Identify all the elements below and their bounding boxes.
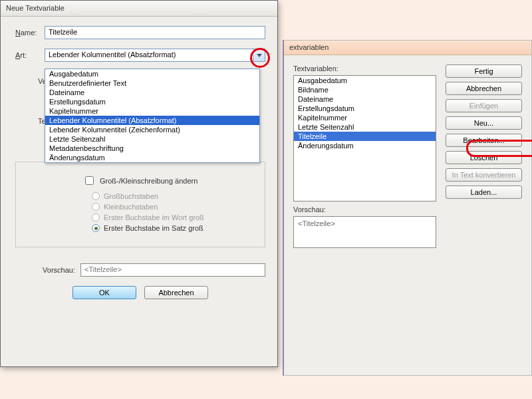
change-case-checkbox[interactable]: Groß-/Kleinschreibung ändern (82, 174, 253, 187)
dropdown-option[interactable]: Erstellungsdatum (45, 97, 259, 106)
text-variables-dialog: extvariablen Textvariablen: Ausgabedatum… (283, 40, 532, 376)
dropdown-toggle-button[interactable] (253, 49, 265, 61)
ok-button[interactable]: OK (72, 286, 136, 299)
list-item[interactable]: Letzte Seitenzahl (294, 122, 436, 132)
art-label: Art: (15, 51, 45, 59)
dropdown-option[interactable]: Dateiname (45, 88, 259, 97)
dropdown-option[interactable]: Letzte Seitenzahl (45, 134, 259, 144)
insert-button[interactable]: Einfügen (446, 99, 522, 112)
art-dropdown-list[interactable]: AusgabedatumBenutzerdefinierter TextDate… (45, 68, 260, 163)
back-preview-value: <Titelzeile> (293, 216, 436, 248)
dropdown-option[interactable]: Metadatenbeschriftung (45, 144, 259, 153)
list-item[interactable]: Dateiname (294, 94, 436, 104)
new-text-variable-dialog: Neue Textvariable Name: Titelzeile Art: … (0, 0, 278, 367)
dialog-preview-value: <Titelzeile> (80, 263, 265, 277)
textvariablen-label: Textvariablen: (293, 65, 436, 72)
back-preview-label: Vorschau: (293, 205, 522, 213)
back-button-column: Fertig Abbrechen Einfügen Neu... Bearbei… (446, 65, 522, 201)
delete-button[interactable]: Löschen (446, 151, 522, 164)
back-dialog-title: extvariablen (284, 41, 531, 55)
edit-button[interactable]: Bearbeiten... (446, 134, 522, 147)
dialog-preview-label: Vorschau: (15, 266, 75, 274)
list-item[interactable]: Änderungsdatum (294, 141, 436, 150)
radio-icon (92, 224, 100, 232)
radio-uppercase[interactable]: Großbuchstaben (92, 192, 253, 200)
list-item[interactable]: Ausgabedatum (294, 76, 436, 85)
list-item[interactable]: Titelzeile (294, 132, 436, 141)
new-button[interactable]: Neu... (446, 116, 522, 130)
name-label: Name: (15, 29, 45, 37)
dropdown-option[interactable]: Kapitelnummer (45, 106, 259, 116)
list-item[interactable]: Bildname (294, 85, 436, 94)
radio-sentence-case[interactable]: Erster Buchstabe im Satz groß (92, 224, 253, 232)
textvariablen-list[interactable]: AusgabedatumBildnameDateinameErstellungs… (293, 75, 436, 201)
art-value: Lebender Kolumnentitel (Absatzformat) (45, 49, 265, 62)
case-options-group: Groß-/Kleinschreibung ändern Großbuchsta… (15, 162, 265, 247)
dialog-title: Neue Textvariable (1, 1, 277, 17)
cancel-button[interactable]: Abbrechen (446, 82, 522, 95)
radio-lowercase[interactable]: Kleinbuchstaben (92, 203, 253, 211)
dropdown-option[interactable]: Ausgabedatum (45, 69, 259, 78)
dropdown-option[interactable]: Änderungsdatum (45, 153, 259, 162)
radio-word-case[interactable]: Erster Buchstabe im Wort groß (92, 213, 253, 221)
dialog-cancel-button[interactable]: Abbrechen (144, 286, 208, 299)
dropdown-option[interactable]: Benutzerdefinierter Text (45, 78, 259, 88)
list-item[interactable]: Kapitelnummer (294, 113, 436, 122)
dropdown-option[interactable]: Lebender Kolumnentitel (Zeichenformat) (45, 125, 259, 134)
convert-button[interactable]: In Text konvertieren (446, 168, 522, 182)
art-combobox[interactable]: Lebender Kolumnentitel (Absatzformat) (45, 49, 265, 62)
name-input[interactable]: Titelzeile (45, 26, 265, 39)
done-button[interactable]: Fertig (446, 65, 522, 78)
load-button[interactable]: Laden... (446, 186, 522, 199)
list-item[interactable]: Erstellungsdatum (294, 104, 436, 113)
radio-icon (92, 213, 100, 221)
change-case-check-input[interactable] (85, 176, 94, 185)
dropdown-option[interactable]: Lebender Kolumnentitel (Absatzformat) (45, 116, 259, 125)
chevron-down-icon (257, 54, 262, 57)
radio-icon (92, 203, 100, 211)
radio-icon (92, 192, 100, 200)
